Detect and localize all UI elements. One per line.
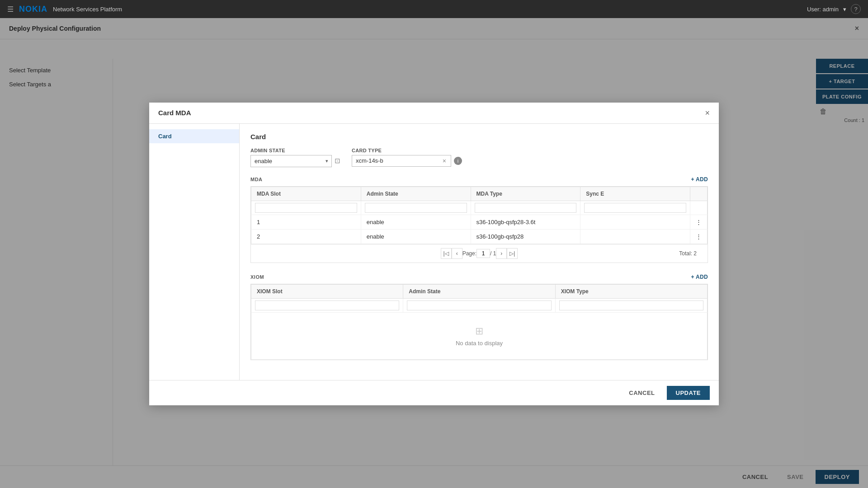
admin-state-label: Admin State xyxy=(250,148,341,153)
card-type-clear-button[interactable]: × xyxy=(442,157,447,164)
page-next-button[interactable]: › xyxy=(496,248,507,259)
mda-row2-admin-state: enable xyxy=(361,229,471,244)
card-section-title: Card xyxy=(250,133,708,141)
xiom-table: XIOM Slot Admin State XIOM Type xyxy=(251,284,708,360)
mda-row2-mda-type: s36-100gb-qsfp28 xyxy=(471,229,580,244)
logo: NOKIA xyxy=(19,5,47,14)
xiom-admin-state-filter[interactable] xyxy=(407,300,551,310)
xiom-section: XIOM + ADD XIOM Slot Admin State XIOM Ty… xyxy=(250,274,708,360)
mda-col-admin-state: Admin State xyxy=(361,187,471,201)
card-type-value: xcm-14s-b xyxy=(356,157,442,164)
modal-close-button[interactable]: × xyxy=(705,109,710,117)
mda-row1-menu-icon[interactable]: ⋮ xyxy=(690,215,708,229)
mda-col-mda-type: MDA Type xyxy=(471,187,580,201)
total-label: Total: 2 xyxy=(679,250,697,257)
mda-sync-e-filter[interactable] xyxy=(584,203,686,213)
modal-footer: CANCEL UPDATE xyxy=(149,380,719,405)
mda-row2-slot: 2 xyxy=(251,229,361,244)
admin-state-select[interactable]: enable disable xyxy=(250,155,332,167)
table-row: 1 enable s36-100gb-qsfp28-3.6t ⋮ xyxy=(251,215,708,229)
mda-type-filter[interactable] xyxy=(475,203,577,213)
card-mda-modal: Card MDA × Card Card Admin State enable xyxy=(149,103,719,405)
help-icon[interactable]: ? xyxy=(851,4,861,14)
xiom-filter-row xyxy=(251,298,708,312)
mda-table-header-row: MDA Slot Admin State MDA Type Sync E xyxy=(251,187,708,201)
top-bar-right: User: admin ▾ ? xyxy=(807,4,861,14)
mda-row1-admin-state: enable xyxy=(361,215,471,229)
mda-section-label: MDA xyxy=(250,177,263,182)
mda-row1-sync-e xyxy=(580,215,690,229)
page-last-button[interactable]: ▷| xyxy=(507,248,518,259)
modal-sidebar: Card xyxy=(149,124,240,380)
mda-row2-menu-icon[interactable]: ⋮ xyxy=(690,229,708,244)
copy-icon[interactable]: ⊡ xyxy=(335,157,340,165)
modal-update-button[interactable]: UPDATE xyxy=(667,386,710,400)
xiom-section-header: XIOM + ADD xyxy=(250,274,708,280)
mda-pagination: |◁ ‹ Page: / 1 › ▷| Total: 2 xyxy=(251,244,708,263)
card-type-group: Card Type xcm-14s-b × i xyxy=(352,148,462,167)
no-data-icon: ⊞ xyxy=(266,325,693,337)
mda-slot-filter[interactable] xyxy=(255,203,357,213)
xiom-col-admin-state: Admin State xyxy=(403,284,555,298)
modal-header: Card MDA × xyxy=(149,103,719,124)
mda-add-button[interactable]: + ADD xyxy=(691,176,708,183)
mda-table: MDA Slot Admin State MDA Type Sync E xyxy=(251,187,708,244)
top-bar: ☰ NOKIA Network Services Platform User: … xyxy=(0,0,868,18)
no-data-container: ⊞ No data to display xyxy=(257,316,702,356)
table-row: ⊞ No data to display xyxy=(251,312,708,359)
mda-section-header: MDA + ADD xyxy=(250,176,708,183)
mda-admin-state-filter[interactable] xyxy=(365,203,467,213)
page-number-input[interactable] xyxy=(476,249,490,258)
xiom-col-xiom-type: XIOM Type xyxy=(555,284,707,298)
modal-cancel-button[interactable]: CANCEL xyxy=(622,386,662,400)
user-dropdown-icon[interactable]: ▾ xyxy=(843,6,846,13)
xiom-table-header-row: XIOM Slot Admin State XIOM Type xyxy=(251,284,708,298)
xiom-section-label: XIOM xyxy=(250,274,264,280)
modal-title: Card MDA xyxy=(158,109,191,117)
card-type-label: Card Type xyxy=(352,148,462,153)
modal-body: Card Card Admin State enable disable xyxy=(149,124,719,380)
xiom-type-filter[interactable] xyxy=(559,300,703,310)
xiom-col-slot: XIOM Slot xyxy=(251,284,403,298)
modal-content: Card Admin State enable disable ⊡ xyxy=(240,124,719,380)
mda-col-slot: MDA Slot xyxy=(251,187,361,201)
mda-row1-mda-type: s36-100gb-qsfp28-3.6t xyxy=(471,215,580,229)
card-form-row: Admin State enable disable ⊡ Card Type xyxy=(250,148,708,167)
no-data-text: No data to display xyxy=(266,340,693,347)
user-label: User: admin xyxy=(807,6,839,13)
info-icon[interactable]: i xyxy=(454,157,462,165)
admin-state-select-wrapper[interactable]: enable disable xyxy=(250,155,332,167)
mda-col-actions xyxy=(690,187,708,201)
xiom-slot-filter[interactable] xyxy=(255,300,399,310)
admin-state-group: Admin State enable disable ⊡ xyxy=(250,148,341,167)
page-separator: / 1 xyxy=(490,250,496,257)
mda-col-sync-e: Sync E xyxy=(580,187,690,201)
mda-filter-row xyxy=(251,201,708,215)
menu-icon[interactable]: ☰ xyxy=(7,5,14,14)
mda-row2-sync-e xyxy=(580,229,690,244)
table-row: 2 enable s36-100gb-qsfp28 ⋮ xyxy=(251,229,708,244)
page-first-button[interactable]: |◁ xyxy=(441,248,452,259)
modal-sidebar-item-card[interactable]: Card xyxy=(149,129,239,143)
xiom-add-button[interactable]: + ADD xyxy=(691,274,708,280)
mda-table-container: MDA Slot Admin State MDA Type Sync E xyxy=(250,186,708,263)
page-label: Page: xyxy=(462,250,476,257)
mda-row1-slot: 1 xyxy=(251,215,361,229)
xiom-table-container: XIOM Slot Admin State XIOM Type xyxy=(250,284,708,360)
mda-section: MDA + ADD MDA Slot Admin State MDA Type … xyxy=(250,176,708,263)
app-title: Network Services Platform xyxy=(53,6,122,13)
card-type-input[interactable]: xcm-14s-b × xyxy=(352,155,451,167)
page-prev-button[interactable]: ‹ xyxy=(452,248,462,259)
